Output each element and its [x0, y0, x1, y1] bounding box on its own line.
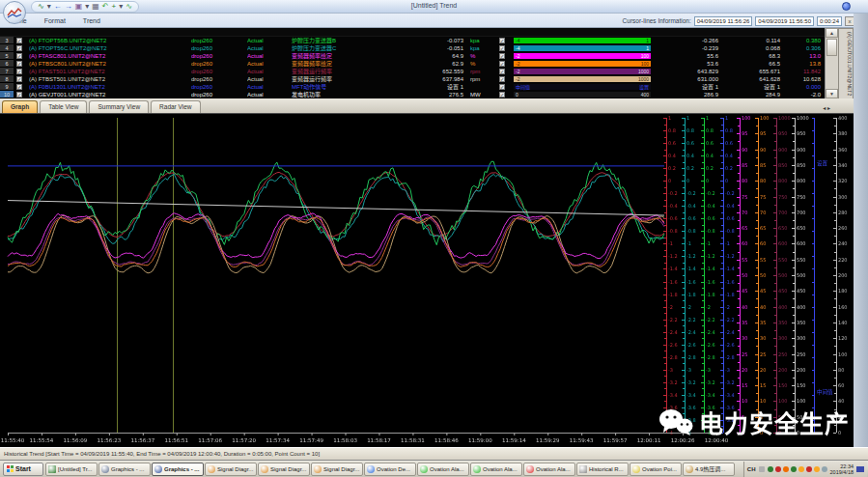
tab-graph[interactable]: Graph — [2, 100, 38, 113]
tray-status-icon[interactable] — [768, 466, 773, 472]
visibility-checkbox[interactable]: ✓ — [16, 84, 22, 90]
tray-status-icon[interactable] — [791, 466, 797, 472]
scale-bar-cell: -21000 — [514, 75, 651, 83]
signal-icon — [314, 465, 322, 473]
scroll-up-icon[interactable]: ▲ — [826, 28, 838, 38]
taskbar-button-label: Ovation Ala... — [430, 466, 464, 472]
table-row[interactable]: 6✓(A) FTBSC801.UNIT2@NET2drop260Actual变频… — [0, 60, 825, 68]
table-row[interactable]: 4✓(A) FTOPT56C.UNIT2@NET2drop260Actual炉膛… — [0, 44, 825, 52]
row-number[interactable]: 5 — [0, 52, 14, 60]
view-tab-strip: GraphTable ViewSummary ViewRadar View◂ ▸ — [0, 98, 854, 114]
scale-checkbox[interactable]: ✓ — [499, 69, 505, 74]
row-checkbox-cell: ✓ — [14, 68, 29, 75]
start-button[interactable]: Start — [3, 463, 43, 476]
cursor2-value: 设置 1 — [722, 83, 784, 91]
taskbar-button[interactable]: Signal Diagr... — [205, 463, 257, 476]
row-number[interactable]: 8 — [0, 75, 14, 83]
tray-status-icon[interactable] — [798, 466, 804, 472]
scale-checkbox[interactable]: ✓ — [499, 53, 505, 59]
row-number[interactable]: 9 — [0, 83, 14, 91]
menu-format[interactable]: Format — [36, 17, 74, 24]
visibility-checkbox[interactable]: ✓ — [16, 38, 22, 43]
visibility-checkbox[interactable]: ✓ — [16, 53, 22, 59]
taskbar-button[interactable]: Historical R... — [576, 463, 629, 476]
visibility-checkbox[interactable]: ✓ — [16, 92, 22, 98]
wechat-icon — [658, 407, 693, 436]
scale-min: -4 — [516, 38, 519, 43]
tab-radar-view[interactable]: Radar View — [151, 100, 200, 113]
brush-icon — [686, 465, 693, 473]
signal-value: 64.9 — [406, 52, 467, 60]
taskbar-button-label: Ovation Ala... — [536, 466, 571, 472]
cursor1-value: 55.6 — [651, 52, 722, 60]
scale-checkbox[interactable]: ✓ — [499, 84, 505, 90]
table-row[interactable]: 9✓(A) F0BU1301.UNIT2@NET2drop260ActualMF… — [0, 83, 825, 91]
table-scrollbar[interactable]: ▲ ▼ — [825, 28, 838, 98]
scrollbar-thumb[interactable] — [826, 39, 837, 56]
taskbar-button[interactable]: Graphics - ... — [98, 463, 151, 476]
row-number[interactable]: 7 — [0, 68, 14, 75]
cursor-time-1[interactable]: 04/09/2019 11:56:26 — [694, 16, 753, 26]
taskbar-button[interactable]: Graphics - ... — [152, 463, 204, 476]
visibility-checkbox[interactable]: ✓ — [16, 69, 22, 74]
row-number[interactable]: 10 — [0, 91, 14, 98]
scale-max: 400 — [641, 92, 649, 98]
scale-max: 1 — [646, 45, 649, 51]
visibility-checkbox[interactable]: ✓ — [16, 76, 22, 82]
scale-checkbox[interactable]: ✓ — [499, 38, 505, 43]
scale-bar: -2100 — [514, 53, 651, 59]
taskbar-button[interactable]: [Untitled] Tr... — [45, 463, 98, 476]
row-number[interactable]: 6 — [0, 60, 14, 68]
scale-checkbox-cell: ✓ — [496, 37, 514, 44]
taskbar-button[interactable]: Ovation Ala... — [470, 463, 522, 476]
taskbar: Start [Untitled] Tr...Graphics - ...Grap… — [0, 460, 868, 477]
tray-status-icon[interactable] — [783, 466, 789, 472]
table-row[interactable]: 5✓(A) FTASC801.UNIT2@NET2drop260Actual变频… — [0, 52, 825, 60]
taskbar-button[interactable]: Signal Diagr... — [311, 463, 363, 476]
tray-status-icon[interactable] — [775, 466, 781, 472]
scroll-down-icon[interactable]: ▼ — [826, 89, 838, 98]
tab-table-view[interactable]: Table View — [40, 100, 87, 113]
row-number[interactable]: 4 — [0, 44, 14, 52]
help-icon[interactable] — [842, 2, 851, 11]
system-tray: CH 22:342019/4/18 — [743, 462, 867, 477]
delta-value: 0.380 — [784, 37, 825, 44]
tray-status-icon[interactable] — [806, 466, 812, 472]
table-row[interactable]: 7✓(A) FTAST501.UNIT2@NET2drop260Actual变频… — [0, 68, 825, 75]
table-row[interactable]: 3✓(A) FTOPT56B.UNIT2@NET2drop260Actual炉膛… — [0, 37, 825, 44]
tab-scroll-arrows[interactable]: ◂ ▸ — [823, 104, 830, 111]
taskbar-button[interactable]: Ovation Ala... — [523, 463, 575, 476]
trend-plot-canvas[interactable] — [0, 114, 854, 447]
language-indicator[interactable]: CH — [747, 466, 756, 472]
tray-status-icon[interactable] — [822, 466, 827, 472]
scale-checkbox[interactable]: ✓ — [499, 61, 505, 67]
table-row[interactable]: 10✓(A) GEVJT001.UNIT2@NET2drop260Actual发… — [0, 91, 825, 98]
menu-trend[interactable]: Trend — [74, 17, 109, 24]
tray-status-icon[interactable] — [814, 466, 820, 472]
taskbar-button[interactable]: Ovation Ala... — [417, 463, 469, 476]
scale-checkbox[interactable]: ✓ — [499, 92, 505, 98]
scale-bar-cell: -2100 — [514, 60, 651, 68]
scale-checkbox[interactable]: ✓ — [499, 45, 505, 51]
signal-name: (A) FTAST501.UNIT2@NET2 — [29, 68, 191, 75]
visibility-checkbox[interactable]: ✓ — [16, 45, 22, 51]
signal-type: Actual — [247, 91, 292, 98]
clock[interactable]: 22:342019/4/18 — [830, 463, 854, 475]
cursor-time-2[interactable]: 04/09/2019 11:56:50 — [755, 16, 814, 26]
signal-type: Actual — [247, 44, 292, 52]
tab-summary-view[interactable]: Summary View — [89, 100, 149, 113]
table-row[interactable]: 8✓(A) FTBST501.UNIT2@NET2drop260Actual变频… — [0, 75, 825, 83]
visibility-checkbox[interactable]: ✓ — [16, 61, 22, 67]
signal-type: Actual — [247, 37, 292, 44]
row-number[interactable]: 3 — [0, 37, 14, 44]
taskbar-button-label: Historical R... — [589, 466, 624, 472]
ovation-icon — [526, 465, 534, 473]
keyboard-icon[interactable] — [759, 466, 765, 472]
taskbar-button[interactable]: 4.9热压调... — [683, 463, 735, 476]
cursor1-value: 643.829 — [651, 68, 722, 75]
scale-checkbox[interactable]: ✓ — [499, 76, 505, 82]
taskbar-button[interactable]: Ovation De... — [364, 463, 416, 476]
taskbar-button[interactable]: Signal Diagr... — [258, 463, 310, 476]
application-orb-button[interactable] — [3, 1, 26, 24]
taskbar-button[interactable]: Ovation Poi... — [630, 463, 682, 476]
